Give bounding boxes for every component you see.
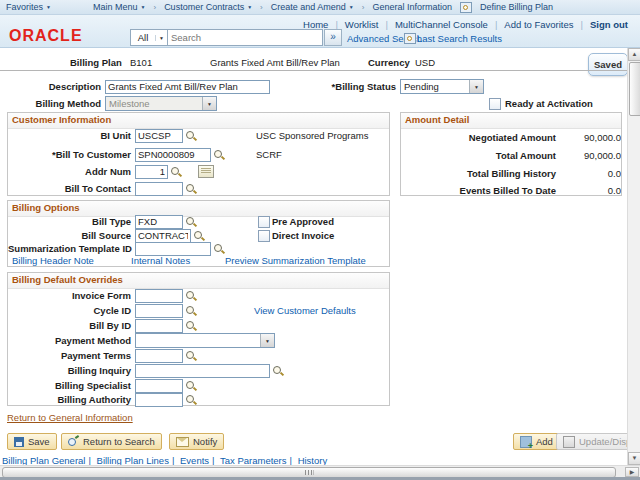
bill-type-label: Bill Type <box>8 216 135 227</box>
billing-specialist-input[interactable] <box>135 379 183 393</box>
vertical-scroll-thumb[interactable] <box>629 62 640 116</box>
bill-by-id-input[interactable] <box>135 319 183 333</box>
horizontal-scrollbar[interactable]: ▶ <box>0 465 640 477</box>
invoice-form-lookup-icon[interactable] <box>185 290 197 302</box>
breadcrumb-customer-contracts[interactable]: Customer Contracts▼ <box>164 2 252 12</box>
billing-default-overrides-section: Billing Default Overrides Invoice Form C… <box>7 272 390 406</box>
cycle-id-input[interactable] <box>135 304 183 318</box>
search-scope-select[interactable]: All ▼ <box>130 29 168 46</box>
scroll-up-arrow[interactable]: ▲ <box>628 48 640 61</box>
addr-num-lookup-icon[interactable] <box>170 166 182 178</box>
billing-inquiry-input[interactable] <box>135 364 270 378</box>
breadcrumb-favorites[interactable]: Favorites▼ <box>6 2 51 12</box>
search-go-button[interactable]: » <box>324 29 342 46</box>
payment-terms-lookup-icon[interactable] <box>185 350 197 362</box>
bill-type-lookup-icon[interactable] <box>185 216 197 228</box>
total-amount-row: Total Amount 90,000.0 <box>401 148 621 163</box>
save-disk-icon <box>14 437 24 447</box>
chevron-down-icon: ▼ <box>46 4 51 10</box>
direct-invoice-checkbox[interactable] <box>258 230 270 242</box>
bill-by-id-lookup-icon[interactable] <box>185 320 197 332</box>
invoice-form-input[interactable] <box>135 289 183 303</box>
address-book-icon[interactable] <box>198 165 214 178</box>
preview-summarization-template-link[interactable]: Preview Summarization Template <box>225 255 366 266</box>
notify-button[interactable]: Notify <box>169 433 224 450</box>
payment-method-select[interactable]: ▼ <box>135 333 275 348</box>
cycle-id-lookup-icon[interactable] <box>185 305 197 317</box>
add-button[interactable]: Add <box>513 433 560 450</box>
bill-to-customer-input[interactable] <box>135 148 211 162</box>
payment-method-row: Payment Method ▼ <box>8 333 388 348</box>
cycle-id-row: Cycle ID View Customer Defaults <box>8 303 388 318</box>
internal-notes-link[interactable]: Internal Notes <box>131 255 190 266</box>
summarization-template-input[interactable] <box>135 242 211 256</box>
last-search-results-link[interactable]: Last Search Results <box>417 33 502 44</box>
billing-plan-id: B101 <box>130 57 152 68</box>
billing-plan-label: Billing Plan <box>70 57 122 68</box>
bill-to-contact-input[interactable] <box>135 182 183 196</box>
save-button[interactable]: Save <box>7 433 57 450</box>
breadcrumb-create-and-amend[interactable]: Create and Amend▼ <box>271 2 354 12</box>
nav-multichannel-console[interactable]: MultiChannel Console <box>395 19 488 30</box>
last-search-results-icon[interactable] <box>404 33 416 44</box>
bill-to-customer-lookup-icon[interactable] <box>213 149 225 161</box>
ready-at-activation-checkbox[interactable] <box>489 98 501 110</box>
billing-plan-name: Grants Fixed Amt Bill/Rev Plan <box>210 57 340 68</box>
payment-terms-input[interactable] <box>135 349 183 363</box>
nav-sign-out[interactable]: Sign out <box>590 19 628 30</box>
vertical-scrollbar[interactable]: ▲ ▼ <box>627 48 640 465</box>
billing-authority-lookup-icon[interactable] <box>185 394 197 406</box>
billing-status-select[interactable]: Pending ▼ <box>400 79 484 94</box>
breadcrumb-general-information[interactable]: General Information <box>372 2 452 12</box>
billing-specialist-row: Billing Specialist <box>8 378 388 393</box>
search-input[interactable] <box>167 29 323 46</box>
bill-type-row: Bill Type Pre Approved <box>8 214 388 229</box>
billing-inquiry-lookup-icon[interactable] <box>272 365 284 377</box>
view-customer-defaults-link[interactable]: View Customer Defaults <box>254 305 356 316</box>
billing-specialist-lookup-icon[interactable] <box>185 380 197 392</box>
nav-add-to-favorites[interactable]: Add to Favorites <box>504 19 573 30</box>
divider <box>0 70 627 71</box>
scroll-right-arrow[interactable]: ▶ <box>625 467 639 477</box>
return-to-general-information-link[interactable]: Return to General Information <box>7 412 133 423</box>
total-amount-label: Total Amount <box>401 150 560 161</box>
bill-to-contact-lookup-icon[interactable] <box>185 183 197 195</box>
events-billed-label: Events Billed To Date <box>401 185 560 196</box>
bi-unit-input[interactable] <box>135 129 183 143</box>
cycle-id-label: Cycle ID <box>8 305 135 316</box>
billing-authority-label: Billing Authority <box>8 394 135 405</box>
description-row: Description <box>0 79 300 94</box>
description-input[interactable] <box>105 80 270 94</box>
nav-worklist[interactable]: Worklist <box>345 19 379 30</box>
total-billing-history-value: 0.0 <box>560 168 621 179</box>
bill-type-input[interactable] <box>135 215 183 229</box>
scroll-down-arrow[interactable]: ▼ <box>628 452 640 465</box>
bill-to-customer-description: SCRF <box>256 149 282 160</box>
pre-approved-checkbox[interactable] <box>258 216 270 228</box>
events-billed-value: 0.0 <box>560 185 621 196</box>
chevron-down-icon: ▼ <box>155 35 167 41</box>
return-to-search-button[interactable]: Return to Search <box>61 433 162 450</box>
page-search-icon[interactable] <box>460 2 472 13</box>
currency-label: Currency <box>368 57 410 68</box>
dropdown-arrow-icon: ▼ <box>469 80 483 93</box>
addr-num-row: Addr Num <box>8 164 388 179</box>
billing-authority-input[interactable] <box>135 393 183 407</box>
billing-header-note-link[interactable]: Billing Header Note <box>12 255 94 266</box>
oracle-logo: ORACLE <box>9 27 83 45</box>
amount-detail-title: Amount Detail <box>401 113 621 129</box>
summarization-template-lookup-icon[interactable] <box>213 243 225 255</box>
bill-to-contact-label: Bill To Contact <box>8 183 135 194</box>
total-billing-history-row: Total Billing History 0.0 <box>401 166 621 181</box>
bill-source-label: Bill Source <box>8 230 135 241</box>
bill-to-contact-row: Bill To Contact <box>8 181 388 196</box>
scroll-grip <box>305 470 314 475</box>
negotiated-amount-value: 90,000.0 <box>560 132 621 143</box>
bi-unit-lookup-icon[interactable] <box>185 130 197 142</box>
customer-information-section: Customer Information BI Unit USC Sponsor… <box>7 112 390 196</box>
breadcrumb-separator: › <box>362 3 365 12</box>
addr-num-input[interactable] <box>135 165 168 179</box>
summarization-template-row: Summarization Template ID <box>8 241 388 256</box>
bill-source-lookup-icon[interactable] <box>193 230 205 242</box>
breadcrumb-main-menu[interactable]: Main Menu▼ <box>93 2 145 12</box>
